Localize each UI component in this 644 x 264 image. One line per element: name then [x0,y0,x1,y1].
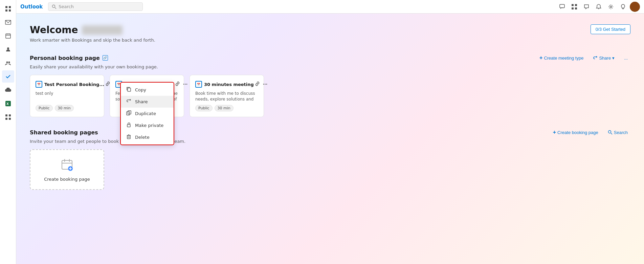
personal-booking-subtitle: Easily share your availability with your… [30,64,630,69]
svg-rect-15 [9,114,11,116]
shared-booking-actions: + Create booking page Search [550,128,630,137]
link-icon-2 [175,82,180,86]
get-started-button[interactable]: 0/3 Get Started [591,24,630,34]
sidebar-item-mail[interactable] [2,16,14,28]
svg-point-18 [52,5,55,7]
settings-icon-btn[interactable] [605,1,616,12]
svg-rect-5 [6,34,10,38]
grid-icon [572,4,577,9]
context-menu-copy[interactable]: Copy [121,84,174,96]
card-2-copy-link-btn[interactable] [174,81,181,88]
sidebar-item-cloud[interactable] [2,84,14,96]
svg-point-10 [6,62,8,63]
chat-icon [559,4,565,9]
lightbulb-icon-btn[interactable] [618,1,628,12]
tag-duration-1: 30 min [55,105,74,111]
card-3-title: 30 minutes meeting [204,82,254,87]
page-link-icon: 🔗 [103,55,108,61]
create-booking-icon [60,158,74,174]
card-3-header: 📅 30 minutes meeting ··· [195,81,258,88]
personal-cards-row: 📅 Test Personal Booking... ··· test only… [30,75,630,117]
sidebar-item-grid[interactable] [2,3,14,15]
sidebar-item-apps[interactable] [2,111,14,123]
duplicate-menu-icon [126,110,132,117]
sidebar-item-tasks[interactable] [2,70,14,83]
card-3-tags: Public 30 min [195,105,258,111]
shared-cards-row: Create booking page [30,149,630,190]
card-3-copy-link-btn[interactable] [254,81,261,88]
share-menu-icon [126,98,132,105]
sidebar-item-excel[interactable]: X [2,97,14,110]
sidebar-item-groups[interactable] [2,57,14,69]
calendar-icon-3: 📅 [195,81,202,88]
card-1-tags: Public 30 min [36,105,98,111]
booking-card-3[interactable]: 📅 30 minutes meeting ··· Book time with … [190,75,264,117]
svg-point-11 [8,62,10,63]
svg-rect-29 [128,88,131,91]
context-menu: Copy Share Duplicate [120,82,174,145]
trash-menu-icon [126,134,132,140]
personal-booking-header: Personal booking page 🔗 + Create meeting… [30,53,630,62]
card-2-actions: ··· [174,81,189,88]
comment-icon [584,4,589,9]
plus-icon-2: + [553,129,556,135]
context-delete-label: Delete [135,135,150,140]
chat-icon-btn[interactable] [557,1,568,12]
svg-rect-22 [575,4,577,6]
search-placeholder: Search [59,4,74,9]
personal-booking-section: Personal booking page 🔗 + Create meeting… [30,53,630,117]
create-meeting-type-button[interactable]: + Create meeting type [537,53,586,62]
user-name-blurred [82,25,123,35]
create-booking-card[interactable]: Create booking page [30,149,104,190]
svg-rect-0 [5,6,7,8]
svg-point-36 [608,131,611,133]
welcome-text: Welcome [30,24,78,36]
context-duplicate-label: Duplicate [135,111,156,116]
card-2-more-btn[interactable]: ··· [182,81,189,88]
svg-rect-2 [5,9,7,12]
card-3-description: Book time with me to discuss needs, expl… [195,91,258,102]
context-menu-duplicate[interactable]: Duplicate [121,108,174,119]
sidebar-item-calendar[interactable] [2,30,14,42]
card-1-description: test only [36,91,98,102]
search-shared-icon [608,130,613,135]
more-options-button[interactable]: ... [621,54,630,62]
share-button[interactable]: Share ▾ [590,54,617,62]
context-menu-delete[interactable]: Delete [121,131,174,143]
shared-booking-title: Shared booking pages [30,129,98,136]
topbar: Outlook Search [16,0,644,14]
context-menu-make-private[interactable]: Make private [121,119,174,131]
svg-rect-14 [5,114,7,116]
search-shared-button[interactable]: Search [605,129,630,136]
svg-rect-33 [127,135,130,139]
search-box[interactable]: Search [48,2,143,11]
svg-text:X: X [6,102,9,106]
svg-rect-3 [9,9,11,12]
context-make-private-label: Make private [135,123,163,128]
svg-rect-21 [572,4,574,6]
svg-rect-20 [560,4,564,8]
sidebar-item-people[interactable] [2,43,14,56]
context-menu-share[interactable]: Share [121,96,174,108]
grid-icon-btn[interactable] [569,1,580,12]
plus-icon: + [539,55,542,61]
booking-card-1[interactable]: 📅 Test Personal Booking... ··· test only… [30,75,104,117]
create-booking-label: Create booking page [44,177,90,182]
comment-icon-btn[interactable] [581,1,592,12]
context-share-label: Share [135,99,148,104]
main-content: 0/3 Get Started Welcome Work smarter wit… [16,14,644,264]
bell-icon [596,4,601,9]
lock-menu-icon [126,122,132,129]
tag-duration-3: 30 min [215,105,234,111]
context-copy-label: Copy [135,87,146,92]
avatar[interactable] [630,2,640,12]
svg-line-37 [611,133,612,134]
card-3-more-btn[interactable]: ··· [262,81,269,88]
calendar-icon-1: 📅 [36,81,42,88]
svg-line-19 [55,7,56,9]
create-booking-page-button[interactable]: + Create booking page [550,128,601,137]
svg-rect-24 [575,7,577,9]
app-logo: Outlook [20,4,43,10]
bell-icon-btn[interactable] [593,1,604,12]
booking-card-2[interactable]: 📅 15 minutes meeting ··· Feel free to bo… [110,75,184,117]
